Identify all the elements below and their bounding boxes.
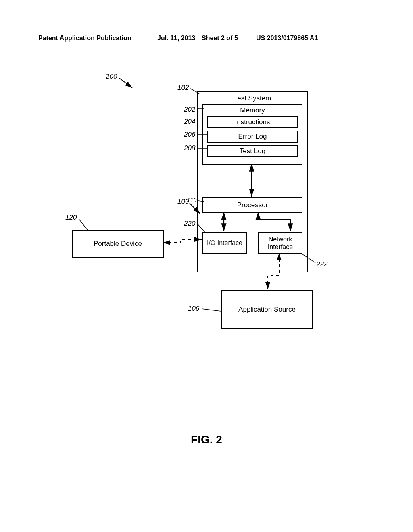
svg-line-1 [190, 89, 199, 94]
svg-line-10 [301, 253, 315, 263]
svg-line-11 [202, 309, 221, 311]
svg-line-7 [190, 203, 200, 214]
svg-line-0 [119, 78, 132, 88]
svg-line-9 [198, 224, 206, 233]
diagram-arrows [0, 0, 413, 532]
svg-line-8 [79, 219, 88, 231]
svg-line-6 [198, 201, 204, 202]
